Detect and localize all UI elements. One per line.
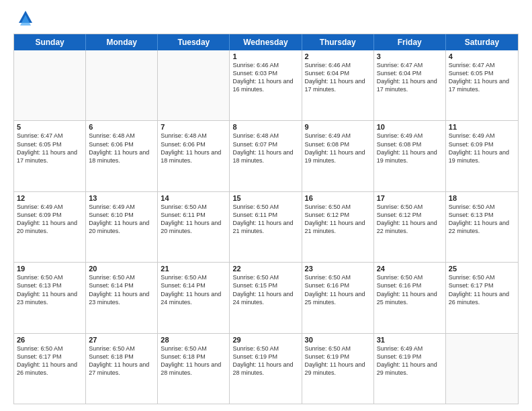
day-number: 26 bbox=[17, 336, 83, 344]
day-number: 11 bbox=[449, 123, 515, 131]
day-info: Sunrise: 6:47 AM Sunset: 6:04 PM Dayligh… bbox=[377, 61, 443, 94]
day-cell-17: 17Sunrise: 6:50 AM Sunset: 6:12 PM Dayli… bbox=[374, 192, 446, 262]
calendar: SundayMondayTuesdayWednesdayThursdayFrid… bbox=[13, 34, 519, 404]
day-number: 18 bbox=[449, 194, 515, 202]
day-number: 7 bbox=[161, 123, 226, 131]
day-cell-22: 22Sunrise: 6:50 AM Sunset: 6:15 PM Dayli… bbox=[230, 263, 302, 332]
weekday-header-sunday: Sunday bbox=[14, 34, 86, 50]
day-info: Sunrise: 6:50 AM Sunset: 6:18 PM Dayligh… bbox=[161, 345, 226, 377]
empty-cell-0-2 bbox=[158, 50, 230, 120]
weekday-header-monday: Monday bbox=[86, 34, 158, 50]
day-number: 14 bbox=[161, 194, 226, 202]
day-info: Sunrise: 6:50 AM Sunset: 6:11 PM Dayligh… bbox=[161, 203, 226, 236]
day-cell-27: 27Sunrise: 6:50 AM Sunset: 6:18 PM Dayli… bbox=[86, 334, 158, 404]
day-cell-20: 20Sunrise: 6:50 AM Sunset: 6:14 PM Dayli… bbox=[86, 263, 158, 332]
day-cell-10: 10Sunrise: 6:49 AM Sunset: 6:08 PM Dayli… bbox=[374, 121, 446, 191]
logo bbox=[13, 11, 35, 27]
day-info: Sunrise: 6:50 AM Sunset: 6:13 PM Dayligh… bbox=[449, 203, 515, 236]
calendar-header: SundayMondayTuesdayWednesdayThursdayFrid… bbox=[14, 34, 518, 50]
day-number: 31 bbox=[377, 336, 443, 344]
day-cell-18: 18Sunrise: 6:50 AM Sunset: 6:13 PM Dayli… bbox=[446, 192, 518, 262]
day-cell-5: 5Sunrise: 6:47 AM Sunset: 6:05 PM Daylig… bbox=[14, 121, 86, 191]
day-info: Sunrise: 6:48 AM Sunset: 6:07 PM Dayligh… bbox=[232, 132, 298, 165]
day-info: Sunrise: 6:50 AM Sunset: 6:18 PM Dayligh… bbox=[89, 345, 154, 377]
day-info: Sunrise: 6:50 AM Sunset: 6:16 PM Dayligh… bbox=[377, 273, 443, 306]
day-number: 23 bbox=[305, 265, 371, 273]
day-info: Sunrise: 6:47 AM Sunset: 6:05 PM Dayligh… bbox=[449, 61, 515, 94]
day-cell-15: 15Sunrise: 6:50 AM Sunset: 6:11 PM Dayli… bbox=[230, 192, 302, 262]
day-cell-2: 2Sunrise: 6:46 AM Sunset: 6:04 PM Daylig… bbox=[302, 50, 374, 120]
day-cell-11: 11Sunrise: 6:49 AM Sunset: 6:09 PM Dayli… bbox=[446, 121, 518, 191]
day-cell-3: 3Sunrise: 6:47 AM Sunset: 6:04 PM Daylig… bbox=[374, 50, 446, 120]
day-number: 24 bbox=[377, 265, 443, 273]
day-cell-25: 25Sunrise: 6:50 AM Sunset: 6:17 PM Dayli… bbox=[446, 263, 518, 332]
day-number: 25 bbox=[449, 265, 515, 273]
header bbox=[13, 11, 519, 27]
day-info: Sunrise: 6:49 AM Sunset: 6:09 PM Dayligh… bbox=[17, 203, 83, 236]
day-cell-19: 19Sunrise: 6:50 AM Sunset: 6:13 PM Dayli… bbox=[14, 263, 86, 332]
day-info: Sunrise: 6:50 AM Sunset: 6:14 PM Dayligh… bbox=[89, 273, 154, 306]
day-cell-6: 6Sunrise: 6:48 AM Sunset: 6:06 PM Daylig… bbox=[86, 121, 158, 191]
day-info: Sunrise: 6:48 AM Sunset: 6:06 PM Dayligh… bbox=[89, 132, 154, 165]
day-number: 28 bbox=[161, 336, 226, 344]
calendar-row-2: 5Sunrise: 6:47 AM Sunset: 6:05 PM Daylig… bbox=[14, 121, 518, 191]
weekday-header-tuesday: Tuesday bbox=[158, 34, 230, 50]
day-number: 12 bbox=[17, 194, 83, 202]
day-info: Sunrise: 6:49 AM Sunset: 6:09 PM Dayligh… bbox=[449, 132, 515, 165]
day-cell-4: 4Sunrise: 6:47 AM Sunset: 6:05 PM Daylig… bbox=[446, 50, 518, 120]
day-number: 2 bbox=[305, 52, 371, 60]
day-cell-29: 29Sunrise: 6:50 AM Sunset: 6:19 PM Dayli… bbox=[230, 334, 302, 404]
day-number: 16 bbox=[305, 194, 371, 202]
weekday-header-saturday: Saturday bbox=[446, 34, 518, 50]
day-number: 30 bbox=[305, 336, 371, 344]
day-info: Sunrise: 6:50 AM Sunset: 6:19 PM Dayligh… bbox=[232, 345, 298, 377]
day-cell-31: 31Sunrise: 6:49 AM Sunset: 6:19 PM Dayli… bbox=[374, 334, 446, 404]
calendar-row-4: 19Sunrise: 6:50 AM Sunset: 6:13 PM Dayli… bbox=[14, 263, 518, 333]
day-cell-26: 26Sunrise: 6:50 AM Sunset: 6:17 PM Dayli… bbox=[14, 334, 86, 404]
day-cell-13: 13Sunrise: 6:49 AM Sunset: 6:10 PM Dayli… bbox=[86, 192, 158, 262]
day-cell-30: 30Sunrise: 6:50 AM Sunset: 6:19 PM Dayli… bbox=[302, 334, 374, 404]
day-number: 22 bbox=[232, 265, 298, 273]
day-number: 21 bbox=[161, 265, 226, 273]
day-number: 13 bbox=[89, 194, 154, 202]
day-info: Sunrise: 6:50 AM Sunset: 6:19 PM Dayligh… bbox=[305, 345, 371, 377]
weekday-header-thursday: Thursday bbox=[302, 34, 374, 50]
day-cell-9: 9Sunrise: 6:49 AM Sunset: 6:08 PM Daylig… bbox=[302, 121, 374, 191]
day-info: Sunrise: 6:49 AM Sunset: 6:19 PM Dayligh… bbox=[377, 345, 443, 377]
weekday-header-wednesday: Wednesday bbox=[230, 34, 302, 50]
day-info: Sunrise: 6:50 AM Sunset: 6:17 PM Dayligh… bbox=[17, 345, 83, 377]
calendar-body: 1Sunrise: 6:46 AM Sunset: 6:03 PM Daylig… bbox=[14, 50, 518, 404]
day-number: 19 bbox=[17, 265, 83, 273]
day-info: Sunrise: 6:50 AM Sunset: 6:16 PM Dayligh… bbox=[305, 273, 371, 306]
day-info: Sunrise: 6:50 AM Sunset: 6:15 PM Dayligh… bbox=[232, 273, 298, 306]
day-info: Sunrise: 6:50 AM Sunset: 6:12 PM Dayligh… bbox=[377, 203, 443, 236]
day-info: Sunrise: 6:49 AM Sunset: 6:08 PM Dayligh… bbox=[377, 132, 443, 165]
day-cell-21: 21Sunrise: 6:50 AM Sunset: 6:14 PM Dayli… bbox=[158, 263, 230, 332]
day-info: Sunrise: 6:47 AM Sunset: 6:05 PM Dayligh… bbox=[17, 132, 83, 165]
calendar-row-3: 12Sunrise: 6:49 AM Sunset: 6:09 PM Dayli… bbox=[14, 192, 518, 263]
day-number: 27 bbox=[89, 336, 154, 344]
page: SundayMondayTuesdayWednesdayThursdayFrid… bbox=[0, 0, 532, 411]
day-number: 10 bbox=[377, 123, 443, 131]
day-number: 9 bbox=[305, 123, 371, 131]
empty-cell-0-1 bbox=[86, 50, 158, 120]
day-number: 15 bbox=[232, 194, 298, 202]
day-cell-24: 24Sunrise: 6:50 AM Sunset: 6:16 PM Dayli… bbox=[374, 263, 446, 332]
day-info: Sunrise: 6:46 AM Sunset: 6:04 PM Dayligh… bbox=[305, 61, 371, 94]
day-number: 29 bbox=[232, 336, 298, 344]
day-info: Sunrise: 6:49 AM Sunset: 6:10 PM Dayligh… bbox=[89, 203, 154, 236]
logo-icon bbox=[16, 8, 35, 27]
day-cell-28: 28Sunrise: 6:50 AM Sunset: 6:18 PM Dayli… bbox=[158, 334, 230, 404]
day-number: 5 bbox=[17, 123, 83, 131]
day-number: 20 bbox=[89, 265, 154, 273]
day-info: Sunrise: 6:50 AM Sunset: 6:17 PM Dayligh… bbox=[449, 273, 515, 306]
day-number: 4 bbox=[449, 52, 515, 60]
day-info: Sunrise: 6:46 AM Sunset: 6:03 PM Dayligh… bbox=[232, 61, 298, 94]
weekday-header-friday: Friday bbox=[374, 34, 446, 50]
day-info: Sunrise: 6:48 AM Sunset: 6:06 PM Dayligh… bbox=[161, 132, 226, 165]
day-cell-16: 16Sunrise: 6:50 AM Sunset: 6:12 PM Dayli… bbox=[302, 192, 374, 262]
day-info: Sunrise: 6:50 AM Sunset: 6:11 PM Dayligh… bbox=[232, 203, 298, 236]
day-number: 1 bbox=[232, 52, 298, 60]
day-cell-14: 14Sunrise: 6:50 AM Sunset: 6:11 PM Dayli… bbox=[158, 192, 230, 262]
empty-cell-4-6 bbox=[446, 334, 518, 404]
